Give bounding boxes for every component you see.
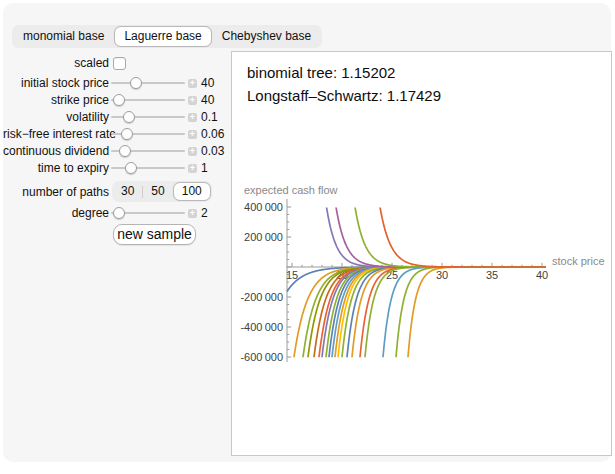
time-to-expiry-slider[interactable] — [111, 161, 185, 175]
continuous-dividend-slider[interactable] — [111, 144, 185, 158]
time-to-expiry-label: time to expiry — [3, 161, 109, 175]
scaled-label: scaled — [3, 56, 109, 70]
number-of-paths-selector: 30 50 100 — [112, 181, 212, 202]
stepper-expand-icon[interactable]: + — [188, 130, 197, 139]
svg-text:40: 40 — [536, 269, 548, 281]
slider-thumb[interactable] — [113, 207, 125, 219]
slider-thumb[interactable] — [113, 94, 125, 106]
paths-option-100[interactable]: 100 — [173, 182, 211, 201]
stepper-expand-icon[interactable]: + — [188, 96, 197, 105]
stepper-expand-icon[interactable]: + — [188, 147, 197, 156]
strike-price-value: 40 — [201, 93, 214, 107]
volatility-row: volatility + 0.1 — [3, 108, 218, 126]
base-selector: monomial base Laguerre base Chebyshev ba… — [12, 25, 322, 48]
strike-price-slider[interactable] — [111, 93, 185, 107]
degree-row: degree + 2 — [3, 204, 208, 222]
tab-chebyshev-base[interactable]: Chebyshev base — [212, 26, 321, 47]
svg-text:400 000: 400 000 — [244, 201, 283, 213]
volatility-slider[interactable] — [111, 110, 185, 124]
risk-free-rate-value: 0.06 — [201, 127, 224, 141]
slider-thumb[interactable] — [121, 128, 133, 140]
demonstration-window: monomial base Laguerre base Chebyshev ba… — [0, 0, 615, 474]
initial-stock-price-row: initial stock price + 40 — [3, 74, 214, 92]
stepper-expand-icon[interactable]: + — [188, 209, 197, 218]
stepper-expand-icon[interactable]: + — [188, 79, 197, 88]
risk-free-rate-row: risk−free interest rate + 0.06 — [3, 125, 224, 143]
initial-stock-price-value: 40 — [201, 76, 214, 90]
paths-option-50[interactable]: 50 — [143, 182, 172, 201]
number-of-paths-label: number of paths — [3, 185, 109, 199]
new-sample-button[interactable]: new sample — [113, 224, 196, 245]
slider-thumb[interactable] — [125, 162, 137, 174]
risk-free-rate-slider[interactable] — [111, 127, 185, 141]
continuous-dividend-row: continuous dividend + 0.03 — [3, 142, 224, 160]
volatility-value: 0.1 — [201, 110, 218, 124]
time-to-expiry-row: time to expiry + 1 — [3, 159, 208, 177]
slider-thumb[interactable] — [130, 77, 142, 89]
result-panel: binomial tree: 1.15202 Longstaff–Schwart… — [231, 51, 612, 456]
slider-track[interactable] — [111, 167, 185, 169]
number-of-paths-row: number of paths 30 50 100 — [3, 181, 212, 202]
volatility-label: volatility — [3, 110, 109, 124]
svg-text:-200 000: -200 000 — [240, 291, 283, 303]
scaled-row: scaled — [3, 54, 126, 72]
svg-text:-400 000: -400 000 — [240, 321, 283, 333]
strike-price-row: strike price + 40 — [3, 91, 214, 109]
initial-stock-price-slider[interactable] — [111, 76, 185, 90]
slider-thumb[interactable] — [123, 111, 135, 123]
stepper-expand-icon[interactable]: + — [188, 164, 197, 173]
degree-value: 2 — [201, 206, 208, 220]
continuous-dividend-label: continuous dividend — [3, 144, 109, 158]
svg-text:35: 35 — [486, 269, 498, 281]
svg-text:200 000: 200 000 — [244, 231, 283, 243]
slider-track[interactable] — [111, 82, 185, 84]
tab-monomial-base[interactable]: monomial base — [13, 26, 114, 47]
initial-stock-price-label: initial stock price — [3, 76, 109, 90]
tab-laguerre-base[interactable]: Laguerre base — [114, 26, 211, 47]
strike-price-label: strike price — [3, 93, 109, 107]
scaled-checkbox[interactable] — [113, 57, 126, 70]
stepper-expand-icon[interactable]: + — [188, 113, 197, 122]
paths-option-30[interactable]: 30 — [113, 182, 142, 201]
svg-text:stock price: stock price — [552, 255, 605, 267]
control-panel-background: monomial base Laguerre base Chebyshev ba… — [3, 3, 611, 462]
svg-text:30: 30 — [436, 269, 448, 281]
time-to-expiry-value: 1 — [201, 161, 208, 175]
degree-slider[interactable] — [111, 206, 185, 220]
slider-thumb[interactable] — [119, 145, 131, 157]
risk-free-rate-label: risk−free interest rate — [3, 127, 109, 141]
svg-text:expected cash flow: expected cash flow — [244, 184, 338, 196]
continuous-dividend-value: 0.03 — [201, 144, 224, 158]
svg-text:-600 000: -600 000 — [240, 351, 283, 363]
degree-label: degree — [3, 206, 109, 220]
expected-cash-flow-plot: 152025303540-600 000-400 000-200 000200 … — [232, 52, 613, 457]
